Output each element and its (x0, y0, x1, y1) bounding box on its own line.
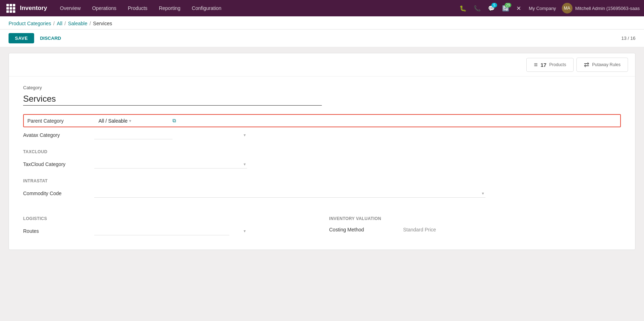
breadcrumb-sep1: / (53, 21, 55, 26)
category-section-label: Category (23, 85, 621, 90)
breadcrumb-all[interactable]: All (57, 21, 63, 26)
category-section: Category (23, 85, 621, 106)
commodity-code-select[interactable] (94, 189, 485, 198)
inventory-valuation-header: Inventory Valuation (329, 216, 621, 221)
form-body: Category Parent Category All / Saleable … (9, 76, 635, 250)
avatar[interactable]: MA (562, 3, 573, 14)
costing-method-label: Costing Method (329, 227, 400, 232)
costing-method-row: Costing Method Standard Price (329, 224, 621, 235)
inventory-valuation-section: Inventory Valuation Costing Method Stand… (329, 209, 621, 238)
topbar: Inventory Overview Operations Products R… (0, 0, 644, 16)
products-stat-btn[interactable]: ≡ 17 Products (526, 58, 574, 72)
phone-icon-btn[interactable]: 📞 (472, 3, 483, 14)
nav-configuration[interactable]: Configuration (186, 1, 227, 15)
breadcrumb: Product Categories / All / Saleable / Se… (9, 21, 635, 26)
content-area: ≡ 17 Products ⇄ Putaway Rules Category P… (0, 47, 644, 256)
app-name: Inventory (20, 5, 47, 12)
taxcloud-category-select-wrapper: ▾ (94, 160, 247, 168)
grid-icon (6, 4, 15, 13)
update-icon-btn[interactable]: 🔄 29 (500, 3, 511, 14)
taxcloud-section: TaxCloud TaxCloud Category ▾ (23, 149, 621, 171)
parent-category-dropdown[interactable]: All / Saleable ▾ (99, 118, 170, 124)
fields-grid: Parent Category All / Saleable ▾ ⧉ Avata… (23, 114, 621, 238)
routes-dropdown-arrow-icon: ▾ (244, 229, 246, 234)
breadcrumb-saleable[interactable]: Saleable (68, 21, 87, 26)
costing-method-value: Standard Price (403, 227, 436, 232)
putaway-label: Putaway Rules (592, 62, 621, 67)
breadcrumb-bar: Product Categories / All / Saleable / Se… (0, 16, 644, 30)
chat-icon-btn[interactable]: 💬 5 (486, 3, 497, 14)
products-label: Products (549, 62, 566, 67)
taxcloud-section-header: TaxCloud (23, 149, 621, 154)
list-icon: ≡ (534, 61, 538, 69)
nav-overview[interactable]: Overview (54, 1, 86, 15)
avatax-dropdown-arrow-icon: ▾ (244, 133, 246, 138)
company-name[interactable]: My Company (526, 4, 559, 13)
action-bar: SAVE DISCARD 13 / 16 (0, 30, 644, 47)
logistics-section-header: Logistics (23, 216, 315, 221)
pagination: 13 / 16 (621, 36, 635, 41)
nav-operations[interactable]: Operations (86, 1, 122, 15)
chat-badge: 5 (491, 3, 497, 7)
commodity-code-label: Commodity Code (23, 191, 94, 196)
nav-reporting[interactable]: Reporting (153, 1, 186, 15)
parent-category-text: All / Saleable (99, 118, 128, 124)
products-count: 17 (541, 62, 547, 68)
taxcloud-category-select[interactable] (94, 160, 247, 168)
shuffle-icon: ⇄ (584, 61, 589, 69)
intrastat-section-header: Intrastat (23, 178, 621, 183)
apps-menu-button[interactable] (4, 2, 17, 15)
two-col-grid: Logistics Routes ▾ Inventory Valuation (23, 209, 621, 238)
form-card-header: ≡ 17 Products ⇄ Putaway Rules (9, 53, 635, 76)
intrastat-section: Intrastat Commodity Code ▾ (23, 178, 621, 200)
breadcrumb-sep3: / (90, 21, 91, 26)
discard-button[interactable]: DISCARD (38, 33, 62, 43)
routes-row: Routes ▾ (23, 224, 315, 238)
close-icon-btn[interactable]: ✕ (514, 3, 523, 14)
avatax-category-select[interactable] (94, 131, 172, 139)
topbar-right: 🐛 📞 💬 5 🔄 29 ✕ My Company MA Mitchell Ad… (457, 3, 640, 14)
parent-category-chevron-icon: ▾ (129, 118, 131, 123)
top-navigation: Overview Operations Products Reporting C… (54, 1, 458, 15)
parent-category-row: Parent Category All / Saleable ▾ ⧉ (23, 114, 621, 127)
commodity-code-row: Commodity Code ▾ (23, 186, 621, 200)
external-link-icon[interactable]: ⧉ (172, 118, 176, 124)
routes-label: Routes (23, 228, 94, 234)
avatax-category-label: Avatax Category (23, 132, 94, 138)
logistics-section: Logistics Routes ▾ (23, 209, 315, 238)
avatax-category-row: Avatax Category ▾ (23, 128, 621, 142)
breadcrumb-services: Services (93, 21, 112, 26)
routes-select[interactable] (94, 227, 229, 235)
form-card: ≡ 17 Products ⇄ Putaway Rules Category P… (9, 53, 635, 250)
taxcloud-category-row: TaxCloud Category ▾ (23, 157, 621, 171)
taxcloud-category-label: TaxCloud Category (23, 161, 94, 167)
avatax-category-select-wrapper: ▾ (94, 131, 247, 139)
save-button[interactable]: SAVE (9, 33, 34, 43)
parent-category-value: All / Saleable ▾ ⧉ (99, 118, 176, 124)
parent-category-label: Parent Category (27, 118, 99, 124)
commodity-code-select-wrapper: ▾ (94, 189, 485, 198)
update-badge: 29 (505, 3, 511, 7)
bug-icon-btn[interactable]: 🐛 (457, 3, 469, 14)
category-name-input[interactable] (23, 92, 322, 106)
breadcrumb-product-categories[interactable]: Product Categories (9, 21, 51, 26)
routes-select-wrapper: ▾ (94, 227, 247, 235)
breadcrumb-sep2: / (64, 21, 66, 26)
user-name: Mitchell Admin (15695063-saas (575, 6, 640, 11)
nav-products[interactable]: Products (122, 1, 153, 15)
putaway-rules-btn[interactable]: ⇄ Putaway Rules (576, 58, 628, 72)
